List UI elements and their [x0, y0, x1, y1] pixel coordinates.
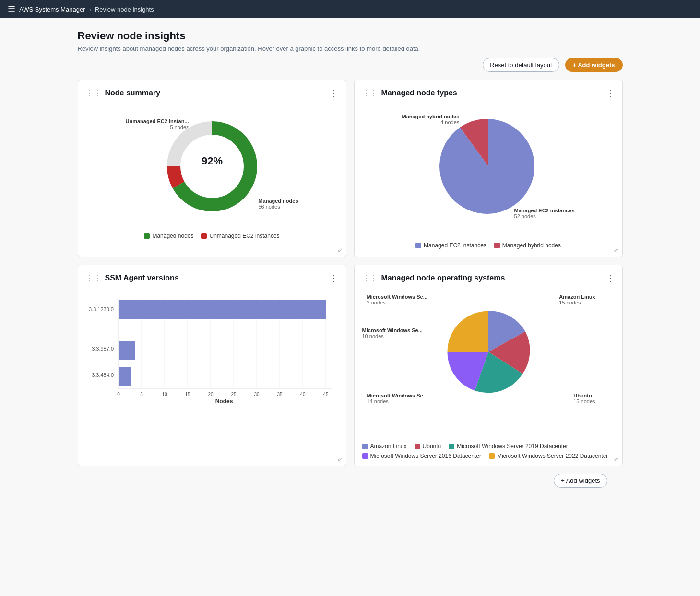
ssm-bar-chart-area: 3.3.1230.0 3.3.987.0 3.3.484.0 [86, 289, 338, 409]
node-summary-legend: Managed nodes Unmanaged EC2 instances [144, 233, 279, 239]
legend-amazon-linux: Amazon Linux [362, 443, 407, 450]
svg-text:35: 35 [277, 392, 283, 397]
callout-managed: Managed nodes 56 nodes [258, 198, 298, 210]
add-widgets-button-top[interactable]: + Add widgets [565, 58, 623, 72]
legend-label-win2019: Microsoft Windows Server 2019 Datacenter [457, 443, 568, 450]
widget-managed-types-menu[interactable]: ⋮ [606, 88, 615, 98]
widget-node-summary-header: ⋮⋮ Node summary ⋮ [86, 88, 338, 98]
widget-ssm-title-row: ⋮⋮ SSM Agent versions [86, 274, 179, 283]
os-legend: Amazon Linux Ubuntu Microsoft Windows Se… [362, 433, 615, 465]
page-description: Review insights about managed nodes acro… [78, 45, 623, 52]
node-summary-chart-area: Unmanaged EC2 instan... 5 nodes 92% [86, 104, 338, 239]
drag-handle-icon-ssm[interactable]: ⋮⋮ [86, 274, 101, 283]
drag-handle-icon-types[interactable]: ⋮⋮ [362, 89, 378, 98]
resize-handle-node-summary[interactable]: ⇙ [337, 247, 342, 254]
legend-hybrid-nodes: Managed hybrid nodes [494, 242, 561, 249]
legend-dot-managed [144, 233, 150, 239]
drag-handle-icon[interactable]: ⋮⋮ [86, 89, 101, 98]
widget-managed-types-header: ⋮⋮ Managed node types ⋮ [362, 88, 615, 98]
toolbar: Reset to default layout + Add widgets [78, 58, 623, 72]
widget-os-title: Managed node operating systems [381, 274, 505, 282]
svg-text:3.3.484.0: 3.3.484.0 [92, 372, 114, 378]
resize-handle-ssm[interactable]: ⇙ [337, 456, 342, 463]
legend-managed-nodes: Managed nodes [144, 233, 193, 239]
svg-text:10: 10 [162, 392, 167, 397]
svg-text:92%: 92% [201, 155, 222, 167]
widget-title-row: ⋮⋮ Node summary [86, 89, 161, 98]
legend-label-hybrid: Managed hybrid nodes [502, 242, 561, 249]
legend-dot-win2022 [489, 453, 495, 459]
legend-dot-amazon [362, 444, 368, 449]
resize-handle-types[interactable]: ⇙ [614, 247, 618, 254]
nav-separator: › [89, 6, 91, 13]
widget-ssm-menu[interactable]: ⋮ [330, 273, 338, 283]
drag-handle-icon-os[interactable]: ⋮⋮ [362, 274, 378, 283]
widget-node-summary-menu[interactable]: ⋮ [330, 88, 338, 98]
legend-label-win2022: Microsoft Windows Server 2022 Datacenter [497, 453, 608, 459]
svg-text:20: 20 [208, 392, 214, 397]
bar-chart-svg: 3.3.1230.0 3.3.987.0 3.3.484.0 [86, 293, 338, 403]
add-widgets-button-bottom[interactable]: + Add widgets [554, 474, 607, 488]
legend-dot-ec2 [415, 243, 421, 248]
widget-managed-types-title: Managed node types [381, 89, 457, 97]
svg-text:3.3.1230.0: 3.3.1230.0 [89, 306, 114, 312]
os-chart-container: Microsoft Windows Se... 2 nodes Microsof… [362, 289, 615, 433]
callout-amazon-linux: Amazon Linux 15 nodes [559, 294, 595, 305]
donut-svg: 92% [164, 118, 260, 214]
widget-managed-types-title-row: ⋮⋮ Managed node types [362, 89, 457, 98]
donut-chart-container: Unmanaged EC2 instan... 5 nodes 92% [121, 104, 303, 229]
svg-text:45: 45 [323, 392, 329, 397]
callout-ubuntu: Ubuntu 15 nodes [573, 393, 595, 404]
pie-svg-os [443, 306, 534, 397]
callout-win2022: Microsoft Windows Se... 2 nodes [367, 294, 427, 305]
callout-ec2-instances: Managed EC2 instances 52 nodes [514, 208, 575, 219]
legend-label-unmanaged: Unmanaged EC2 instances [209, 233, 279, 239]
svg-rect-18 [119, 300, 326, 319]
managed-types-legend: Managed EC2 instances Managed hybrid nod… [415, 242, 561, 249]
page-header: Review node insights Review insights abo… [78, 30, 623, 52]
legend-unmanaged-ec2: Unmanaged EC2 instances [201, 233, 279, 239]
svg-text:25: 25 [231, 392, 237, 397]
legend-label-ec2: Managed EC2 instances [424, 242, 486, 249]
page-container: Review node insights Review insights abo… [62, 18, 638, 507]
legend-ec2-instances: Managed EC2 instances [415, 242, 486, 249]
legend-win2019: Microsoft Windows Server 2019 Datacenter [449, 443, 568, 450]
callout-win2019: Microsoft Windows Se... 14 nodes [367, 393, 427, 404]
svg-text:5: 5 [140, 392, 143, 397]
pie-svg-types [436, 114, 541, 219]
svg-text:15: 15 [185, 392, 190, 397]
page-title: Review node insights [78, 30, 623, 42]
legend-dot-win2019 [449, 444, 454, 449]
resize-handle-os[interactable]: ⇙ [614, 456, 618, 463]
menu-icon[interactable]: ☰ [8, 4, 15, 14]
footer-toolbar: + Add widgets [78, 466, 623, 495]
widget-os-menu[interactable]: ⋮ [606, 273, 615, 283]
pie-chart-container-types: Managed hybrid nodes 4 nodes Managed EC2… [397, 104, 580, 238]
legend-win2016: Microsoft Windows Server 2016 Datacenter [362, 453, 481, 459]
widget-node-summary: ⋮⋮ Node summary ⋮ Unmanaged EC2 instan..… [78, 80, 346, 257]
legend-label-ubuntu: Ubuntu [423, 443, 441, 450]
widget-ssm-title: SSM Agent versions [105, 274, 179, 282]
svg-rect-19 [119, 341, 135, 360]
callout-win2016: Microsoft Windows Se... 10 nodes [362, 327, 423, 339]
legend-ubuntu: Ubuntu [415, 443, 441, 450]
widget-node-summary-title: Node summary [105, 89, 161, 97]
legend-label-amazon: Amazon Linux [370, 443, 407, 450]
widget-os-header: ⋮⋮ Managed node operating systems ⋮ [362, 273, 615, 283]
legend-label-win2016: Microsoft Windows Server 2016 Datacenter [370, 453, 481, 459]
nav-current-page: Review node insights [95, 6, 154, 13]
legend-win2022: Microsoft Windows Server 2022 Datacenter [489, 453, 608, 459]
svg-rect-20 [119, 367, 131, 386]
nav-app-link[interactable]: AWS Systems Manager [19, 6, 85, 13]
svg-text:40: 40 [300, 392, 306, 397]
reset-layout-button[interactable]: Reset to default layout [483, 58, 559, 72]
top-navigation: ☰ AWS Systems Manager › Review node insi… [0, 0, 700, 18]
legend-dot-ubuntu [415, 444, 420, 449]
legend-dot-hybrid [494, 243, 500, 248]
legend-label-managed: Managed nodes [152, 233, 193, 239]
widget-os: ⋮⋮ Managed node operating systems ⋮ Micr… [354, 265, 623, 466]
legend-dot-unmanaged [201, 233, 207, 239]
widget-ssm-agent: ⋮⋮ SSM Agent versions ⋮ 3.3.1230.0 3.3.9… [78, 265, 346, 466]
svg-text:Nodes: Nodes [215, 398, 233, 403]
widget-ssm-header: ⋮⋮ SSM Agent versions ⋮ [86, 273, 338, 283]
